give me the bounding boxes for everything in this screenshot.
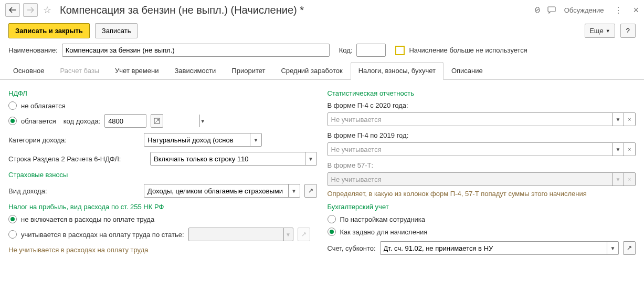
income-type-label: Вид дохода:	[8, 187, 140, 195]
chevron-down-icon: ▼	[606, 28, 610, 34]
t57-clear: ×	[624, 173, 635, 186]
name-label: Наименование:	[8, 46, 58, 54]
page-title: Компенсация за бензин (не выпл.) (Начисл…	[60, 4, 529, 16]
name-input[interactable]	[62, 44, 330, 57]
code-input[interactable]	[356, 44, 386, 57]
discussion-link[interactable]: Обсуждение	[564, 6, 604, 14]
profit-not-included-label: не включается в расходы по оплате труда	[21, 215, 154, 223]
income-code-label: код дохода:	[64, 117, 100, 125]
open-icon	[308, 188, 314, 194]
ndfl-header: НДФЛ	[8, 89, 317, 97]
p4-2020-label: В форме П-4 с 2020 года:	[328, 101, 636, 109]
link-icon[interactable]	[532, 4, 543, 16]
ndfl-not-taxed-label: не облагается	[21, 102, 66, 110]
section2-input[interactable]	[151, 152, 305, 165]
profit-tax-note: Не учитывается в расходах на оплату труд…	[8, 245, 317, 255]
p4-2019-dropdown[interactable]: ▼	[612, 143, 624, 156]
arrow-right-icon	[27, 7, 34, 13]
t57-dropdown: ▼	[612, 173, 624, 186]
more-button[interactable]: Еще ▼	[585, 24, 615, 38]
tab-average[interactable]: Средний заработок	[273, 62, 350, 79]
account-label: Счет, субконто:	[328, 244, 376, 252]
not-used-checkbox[interactable]	[395, 46, 405, 55]
profit-article-dropdown: ▼	[283, 228, 293, 241]
ndfl-taxed-label: облагается	[21, 117, 56, 125]
stats-hint: Определяет, в какую из колонок форм П-4,…	[328, 189, 636, 199]
income-code-dropdown[interactable]: ▼	[199, 115, 205, 127]
p4-2019-label: В форме П-4 по 2019 год:	[328, 131, 636, 139]
open-icon	[154, 118, 160, 124]
category-label: Категория дохода:	[8, 136, 140, 144]
accounting-by-employee-radio[interactable]	[328, 215, 336, 223]
ndfl-not-taxed-radio[interactable]	[8, 101, 17, 110]
section2-dropdown[interactable]: ▼	[305, 152, 316, 165]
accounting-as-set-radio[interactable]	[328, 228, 336, 236]
account-open-button[interactable]	[623, 241, 636, 255]
t57-input	[328, 173, 613, 186]
arrow-left-icon	[9, 7, 16, 13]
insurance-header: Страховые взносы	[8, 171, 317, 179]
accounting-as-set-label: Как задано для начисления	[340, 228, 428, 236]
discussion-icon[interactable]	[546, 4, 558, 16]
back-button[interactable]	[5, 3, 20, 17]
profit-included-label: учитывается в расходах на оплату труда п…	[21, 231, 184, 239]
profit-article-open-button	[298, 228, 310, 241]
save-button[interactable]: Записать	[95, 23, 138, 38]
forward-button[interactable]	[23, 3, 38, 17]
p4-2019-clear[interactable]: ×	[624, 143, 635, 156]
help-button[interactable]: ?	[620, 24, 636, 38]
ndfl-taxed-radio[interactable]	[8, 117, 17, 125]
not-used-label: Начисление больше не используется	[409, 46, 527, 54]
p4-2020-input[interactable]	[328, 113, 613, 126]
code-label: Код:	[339, 46, 353, 54]
tab-description[interactable]: Описание	[444, 62, 491, 79]
save-and-close-button[interactable]: Записать и закрыть	[8, 23, 90, 38]
tab-taxes[interactable]: Налоги, взносы, бухучет	[351, 62, 444, 80]
tab-base-calc[interactable]: Расчет базы	[52, 62, 108, 79]
t57-label: В форме 57-Т:	[328, 161, 636, 169]
stats-header: Статистическая отчетность	[328, 89, 636, 97]
kebab-menu-icon[interactable]: ⋮	[614, 5, 622, 15]
tab-time[interactable]: Учет времени	[107, 62, 166, 79]
p4-2020-clear[interactable]: ×	[624, 113, 635, 126]
tab-priority[interactable]: Приоритет	[224, 62, 273, 79]
open-icon	[301, 231, 307, 238]
income-code-open-button[interactable]	[151, 114, 163, 128]
account-dropdown[interactable]: ▼	[607, 242, 618, 254]
close-button[interactable]: ×	[633, 5, 639, 16]
favorite-icon[interactable]: ☆	[43, 4, 51, 16]
accounting-by-employee-label: По настройкам сотрудника	[340, 215, 425, 223]
category-dropdown[interactable]: ▼	[250, 133, 261, 146]
open-icon	[626, 245, 632, 251]
account-input[interactable]	[381, 242, 607, 254]
income-type-input[interactable]	[144, 184, 288, 197]
income-type-open-button[interactable]	[304, 184, 317, 198]
p4-2020-dropdown[interactable]: ▼	[612, 113, 624, 126]
tab-dependencies[interactable]: Зависимости	[166, 62, 224, 79]
profit-article-input	[189, 228, 283, 241]
p4-2019-input[interactable]	[328, 143, 613, 156]
profit-not-included-radio[interactable]	[8, 215, 17, 223]
category-input[interactable]	[144, 133, 250, 146]
accounting-header: Бухгалтерский учет	[328, 203, 636, 211]
profit-tax-header: Налог на прибыль, вид расхода по ст. 255…	[8, 203, 317, 211]
profit-included-radio[interactable]	[8, 230, 17, 239]
tab-main[interactable]: Основное	[5, 62, 52, 79]
section2-label: Строка Раздела 2 Расчета 6-НДФЛ:	[8, 155, 146, 163]
income-type-dropdown[interactable]: ▼	[288, 184, 300, 197]
